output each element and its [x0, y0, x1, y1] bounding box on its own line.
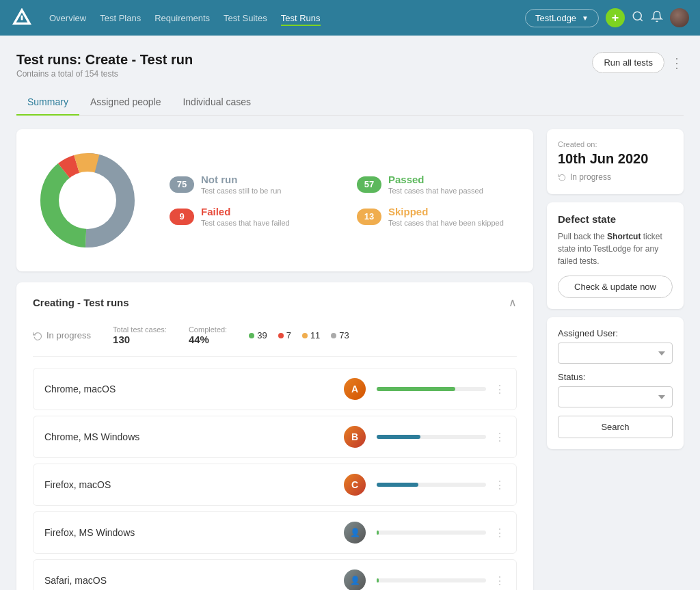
failed-dot: [278, 333, 284, 338]
test-case-progress-bar: [377, 435, 486, 439]
nav-test-suites[interactable]: Test Suites: [224, 10, 267, 26]
passed-dot: [249, 333, 254, 338]
donut-chart: [33, 146, 142, 255]
skipped-dot: [302, 333, 308, 338]
passed-title: Passed: [388, 174, 483, 185]
test-case-row[interactable]: Safari, macOS 👤 ⋮: [33, 559, 517, 590]
page-title-area: Test runs: Create - Test run Contains a …: [16, 52, 193, 79]
tab-assigned-people[interactable]: Assigned people: [79, 90, 172, 116]
completed-group: Completed: 44%: [189, 325, 227, 345]
test-case-row[interactable]: Chrome, MS Windows B ⋮: [33, 416, 517, 458]
defect-state-card: Defect state Pull back the Shortcut tick…: [547, 202, 684, 309]
summary-card: 75 Not run Test cases still to be run 57…: [16, 129, 533, 271]
nav-right: TestLodge ▼ +: [525, 8, 689, 27]
failed-count-value: 7: [286, 330, 291, 340]
stat-skipped: 13 Skipped Test cases that have been ski…: [357, 206, 517, 227]
search-button[interactable]: Search: [558, 416, 673, 438]
page-title: Test runs: Create - Test run: [16, 52, 193, 68]
total-cases-group: Total test cases: 130: [113, 325, 167, 345]
svg-point-2: [633, 12, 641, 20]
page-subtitle: Contains a total of 154 tests: [16, 69, 193, 79]
defect-desc: Pull back the Shortcut ticket state into…: [558, 230, 673, 267]
collapse-button[interactable]: ∧: [509, 296, 517, 309]
test-case-list: Chrome, macOS A ⋮ Chrome, MS Windows B: [33, 368, 517, 590]
progress-fill: [377, 387, 455, 391]
tab-summary[interactable]: Summary: [16, 90, 79, 116]
check-update-button[interactable]: Check & update now: [558, 276, 673, 298]
status-select[interactable]: [558, 386, 673, 407]
test-case-name: Chrome, macOS: [44, 384, 344, 394]
stat-failed: 9 Failed Test cases that have failed: [170, 206, 329, 227]
created-on-label: Created on:: [558, 140, 673, 148]
skipped-desc: Test cases that have been skipped: [388, 219, 504, 227]
content-sidebar: Created on: 10th Jun 2020 In progress De…: [547, 129, 684, 590]
progress-fill: [377, 578, 379, 582]
avatar: B: [344, 426, 366, 448]
section-title: Creating - Test runs: [33, 297, 129, 308]
nav-test-plans[interactable]: Test Plans: [100, 10, 141, 26]
user-avatar[interactable]: [670, 8, 689, 27]
test-case-row[interactable]: Firefox, MS Windows 👤 ⋮: [33, 511, 517, 554]
passed-info: Passed Test cases that have passed: [388, 174, 483, 195]
row-more-icon[interactable]: ⋮: [494, 431, 505, 444]
more-options-icon[interactable]: ⋮: [670, 55, 684, 71]
workspace-selector[interactable]: TestLodge ▼: [525, 9, 599, 27]
avatar: C: [344, 474, 366, 496]
content-layout: 75 Not run Test cases still to be run 57…: [16, 129, 684, 590]
skipped-count: 11: [302, 330, 320, 340]
status-filter-label: Status:: [558, 372, 673, 382]
nav-requirements[interactable]: Requirements: [154, 10, 210, 26]
assigned-user-select[interactable]: [558, 343, 673, 364]
nav-overview[interactable]: Overview: [49, 10, 86, 26]
test-case-progress-bar: [377, 531, 486, 535]
run-all-button[interactable]: Run all tests: [592, 52, 664, 73]
failed-desc: Test cases that have failed: [201, 219, 290, 227]
skipped-info: Skipped Test cases that have been skippe…: [388, 206, 504, 227]
test-case-progress-bar: [377, 578, 486, 582]
notifications-icon[interactable]: [651, 10, 663, 25]
completed-value: 44%: [189, 334, 227, 345]
nav-links: Overview Test Plans Requirements Test Su…: [49, 10, 509, 26]
avatar: A: [344, 378, 366, 400]
created-on-card: Created on: 10th Jun 2020 In progress: [547, 129, 684, 194]
created-date: 10th Jun 2020: [558, 151, 673, 167]
page-wrapper: Test runs: Create - Test run Contains a …: [0, 36, 700, 590]
not-run-dot: [331, 333, 336, 338]
nav-test-runs[interactable]: Test Runs: [281, 10, 321, 26]
test-case-row[interactable]: Firefox, macOS C ⋮: [33, 464, 517, 506]
total-cases-label: Total test cases:: [113, 325, 167, 334]
status-pill: In progress: [558, 172, 611, 182]
test-case-row[interactable]: Chrome, macOS A ⋮: [33, 368, 517, 410]
test-case-progress-bar: [377, 387, 486, 391]
row-more-icon[interactable]: ⋮: [494, 526, 505, 539]
progress-fill: [377, 483, 418, 487]
row-more-icon[interactable]: ⋮: [494, 574, 505, 587]
progress-fill: [377, 435, 420, 439]
test-case-name: Firefox, MS Windows: [44, 527, 344, 538]
defect-title: Defect state: [558, 213, 673, 225]
header-actions: Run all tests ⋮: [592, 52, 684, 73]
row-more-icon[interactable]: ⋮: [494, 383, 505, 396]
test-case-name: Firefox, macOS: [44, 479, 344, 490]
not-run-desc: Test cases still to be run: [201, 187, 281, 195]
logo[interactable]: [11, 7, 33, 29]
not-run-title: Not run: [201, 174, 281, 185]
progress-fill: [377, 531, 379, 535]
filter-section: Assigned User: Status: Search: [547, 317, 684, 449]
assigned-user-label: Assigned User:: [558, 328, 673, 338]
row-more-icon[interactable]: ⋮: [494, 479, 505, 492]
passed-count: 39: [249, 330, 267, 340]
stats-container: 75 Not run Test cases still to be run 57…: [33, 146, 517, 255]
failed-count: 7: [278, 330, 291, 340]
failed-title: Failed: [201, 206, 290, 217]
test-case-name: Chrome, MS Windows: [44, 431, 344, 442]
add-button[interactable]: +: [606, 8, 625, 27]
in-progress-label: In progress: [570, 172, 611, 182]
skipped-title: Skipped: [388, 206, 504, 217]
tab-individual-cases[interactable]: Individual cases: [172, 90, 262, 116]
test-case-name: Safari, macOS: [44, 575, 344, 586]
search-icon[interactable]: [632, 10, 644, 25]
not-run-count-value: 73: [339, 330, 349, 340]
run-counts: 39 7 11 73: [249, 330, 349, 340]
failed-badge: 9: [170, 209, 194, 225]
